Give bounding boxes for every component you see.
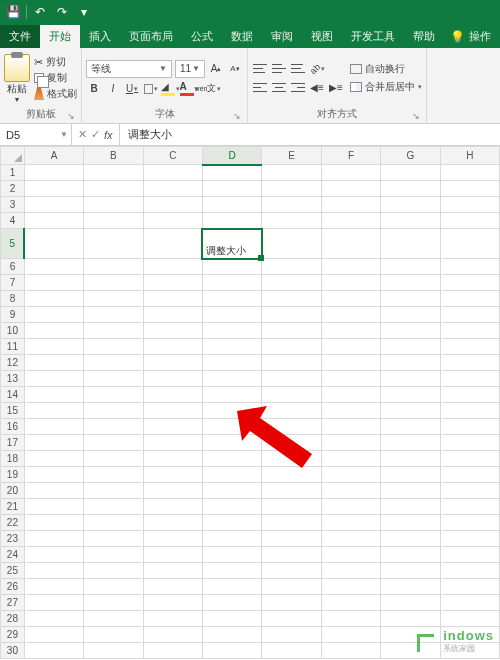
cell[interactable] [202,213,261,229]
cell[interactable] [262,229,321,259]
cell[interactable] [143,595,202,611]
cell[interactable] [321,643,380,659]
cell[interactable] [84,547,143,563]
cell[interactable] [84,371,143,387]
align-right-button[interactable] [290,80,306,96]
row-header[interactable]: 14 [1,387,25,403]
cell[interactable] [381,467,440,483]
cell[interactable] [143,355,202,371]
row-header[interactable]: 11 [1,339,25,355]
cell[interactable] [24,547,83,563]
cell[interactable] [321,595,380,611]
align-left-button[interactable] [252,80,268,96]
cell[interactable] [440,275,499,291]
cell[interactable] [262,563,321,579]
cell[interactable] [84,483,143,499]
cell[interactable] [321,435,380,451]
cell[interactable] [143,275,202,291]
name-box[interactable]: D5▼ [0,124,72,145]
row-header[interactable]: 19 [1,467,25,483]
cell[interactable] [143,579,202,595]
cell[interactable] [262,467,321,483]
cell[interactable] [143,291,202,307]
align-top-button[interactable] [252,61,268,77]
cell[interactable] [321,181,380,197]
cell[interactable] [262,595,321,611]
tab-formulas[interactable]: 公式 [182,25,222,48]
cell[interactable] [262,627,321,643]
cell[interactable] [202,275,261,291]
cell[interactable] [143,323,202,339]
cell[interactable] [202,181,261,197]
cell[interactable] [440,419,499,435]
cell[interactable] [84,197,143,213]
row-header[interactable]: 15 [1,403,25,419]
cell[interactable] [24,451,83,467]
cell[interactable] [381,291,440,307]
cell[interactable] [84,595,143,611]
formula-input[interactable]: 调整大小 [120,124,500,145]
cell[interactable] [381,403,440,419]
cell[interactable] [440,531,499,547]
row-header[interactable]: 3 [1,197,25,213]
cell[interactable] [262,419,321,435]
grow-font-button[interactable]: A▴ [208,61,224,77]
align-middle-button[interactable] [271,61,287,77]
cell[interactable] [143,259,202,275]
cell[interactable] [440,451,499,467]
cell[interactable] [262,275,321,291]
cell[interactable] [24,499,83,515]
cell[interactable] [84,275,143,291]
cell[interactable] [24,197,83,213]
cell[interactable] [321,197,380,213]
font-name-select[interactable]: 等线▼ [86,60,172,78]
cell[interactable] [381,355,440,371]
cell[interactable] [321,323,380,339]
cell[interactable] [262,579,321,595]
cell[interactable] [440,547,499,563]
orientation-button[interactable]: ab▾ [309,61,325,77]
cell[interactable] [143,197,202,213]
cell[interactable] [24,419,83,435]
cell[interactable] [84,387,143,403]
cell[interactable] [202,643,261,659]
cell[interactable] [84,467,143,483]
align-bottom-button[interactable] [290,61,306,77]
cell[interactable] [381,515,440,531]
cell[interactable] [262,435,321,451]
column-header[interactable]: C [143,147,202,165]
cell[interactable] [143,643,202,659]
cell[interactable] [440,371,499,387]
cell[interactable] [262,323,321,339]
cell[interactable] [24,403,83,419]
cell[interactable] [381,435,440,451]
cell[interactable] [440,515,499,531]
row-header[interactable]: 9 [1,307,25,323]
borders-button[interactable]: ▾ [143,81,159,97]
cell[interactable] [24,339,83,355]
cell[interactable] [440,483,499,499]
cell[interactable] [202,515,261,531]
cell[interactable] [381,547,440,563]
cell[interactable] [440,291,499,307]
italic-button[interactable]: I [105,81,121,97]
cell[interactable] [202,387,261,403]
cell[interactable] [381,579,440,595]
cell[interactable] [440,339,499,355]
cell[interactable] [24,563,83,579]
cell[interactable] [84,499,143,515]
cell[interactable] [381,197,440,213]
cell[interactable] [202,371,261,387]
column-header[interactable]: D [202,147,261,165]
cell[interactable] [84,627,143,643]
cell[interactable] [381,595,440,611]
cell[interactable] [321,483,380,499]
cell[interactable] [262,339,321,355]
cell[interactable] [143,451,202,467]
cell[interactable] [262,499,321,515]
tell-me[interactable]: 💡 操作 [444,25,497,48]
cell[interactable] [262,611,321,627]
cell[interactable] [440,579,499,595]
copy-button[interactable]: 复制 [34,71,77,85]
column-header[interactable]: G [381,147,440,165]
